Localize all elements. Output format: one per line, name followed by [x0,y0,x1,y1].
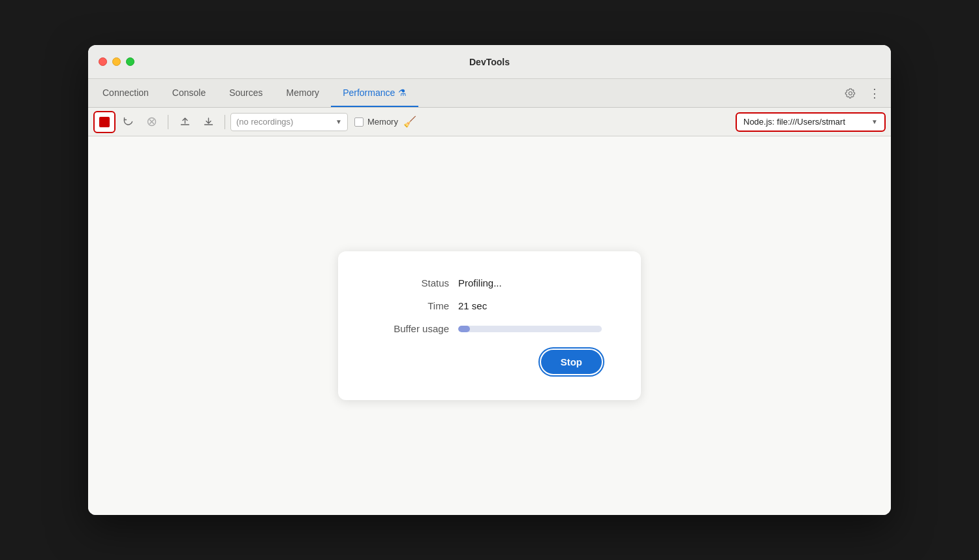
tab-connection[interactable]: Connection [91,79,161,107]
memory-section: Memory 🧹 [354,116,416,128]
tab-console[interactable]: Console [161,79,217,107]
target-dropdown-arrow-icon: ▼ [871,118,878,125]
gear-icon [845,87,856,99]
time-label: Time [371,300,449,311]
status-row: Status Profiling... [371,277,602,288]
buffer-bar-container [458,326,602,332]
status-card: Status Profiling... Time 21 sec Buffer u… [338,251,641,400]
kebab-icon: ⋮ [869,86,880,101]
minimize-button[interactable] [112,57,121,66]
maximize-button[interactable] [126,57,134,66]
tabbar-actions: ⋮ [841,79,883,107]
titlebar: DevTools [88,45,891,79]
memory-sweep-icon[interactable]: 🧹 [403,116,416,128]
record-button[interactable] [93,111,116,133]
download-button[interactable] [197,111,219,133]
reload-record-button[interactable] [117,111,139,133]
memory-label[interactable]: Memory [367,117,398,127]
stop-btn-row: Stop [371,350,602,374]
clear-button[interactable] [140,111,163,133]
svg-point-0 [849,91,852,95]
buffer-bar-fill [458,326,470,332]
devtools-window: DevTools Connection Console Sources Memo… [88,45,891,515]
target-select[interactable]: Node.js: file:///Users/stmart ▼ [736,112,886,132]
buffer-row: Buffer usage [371,323,602,334]
target-select-text: Node.js: file:///Users/stmart [743,117,867,127]
tabbar: Connection Console Sources Memory Perfor… [88,79,891,108]
download-icon [203,116,214,127]
recording-select-text: (no recordings) [236,117,333,127]
tab-memory[interactable]: Memory [275,79,332,107]
time-value: 21 sec [458,300,487,311]
more-options-button[interactable]: ⋮ [865,84,883,102]
buffer-label: Buffer usage [371,323,449,334]
recording-select[interactable]: (no recordings) ▼ [230,113,348,131]
close-button[interactable] [99,57,107,66]
upload-icon [179,116,191,127]
status-label: Status [371,277,449,288]
toolbar-right: Node.js: file:///Users/stmart ▼ [736,112,886,132]
window-title: DevTools [469,57,510,67]
time-row: Time 21 sec [371,300,602,311]
status-value: Profiling... [458,277,502,288]
toolbar-separator-1 [168,115,168,129]
settings-button[interactable] [841,84,860,102]
record-stop-icon [99,117,110,127]
traffic-lights [99,57,134,66]
tab-performance[interactable]: Performance ⚗ [331,79,418,107]
toolbar-separator-2 [225,115,225,129]
stop-button[interactable]: Stop [541,350,602,374]
memory-checkbox[interactable] [354,117,364,127]
upload-button[interactable] [174,111,196,133]
main-content: Status Profiling... Time 21 sec Buffer u… [88,136,891,515]
performance-icon: ⚗ [398,87,407,98]
dropdown-arrow-icon: ▼ [335,118,342,125]
toolbar: (no recordings) ▼ Memory 🧹 Node.js: file… [88,108,891,136]
tab-sources[interactable]: Sources [217,79,274,107]
reload-icon [123,116,134,127]
clear-icon [146,116,157,127]
